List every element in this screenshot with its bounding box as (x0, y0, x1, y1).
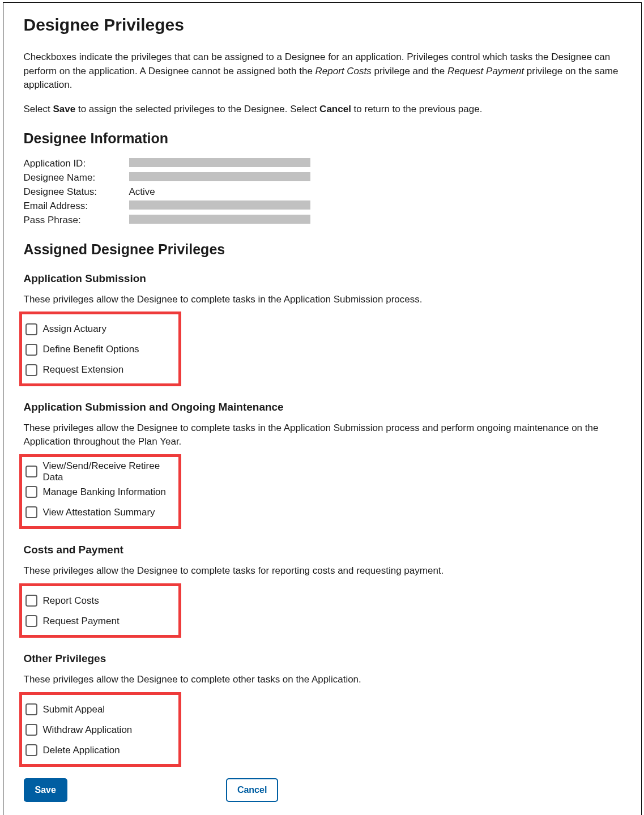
intro-p2-b1: Save (53, 104, 75, 114)
checkbox-label-assign-actuary: Assign Actuary (43, 323, 106, 335)
highlight-other: Submit Appeal Withdraw Application Delet… (19, 692, 181, 767)
save-button[interactable]: Save (24, 778, 67, 802)
intro-paragraph-2: Select Save to assign the selected privi… (24, 103, 621, 117)
email-label: Email Address: (24, 200, 129, 212)
page-container: Designee Privileges Checkboxes indicate … (3, 2, 642, 815)
checkbox-label-banking: Manage Banking Information (43, 487, 166, 498)
checkbox-row-report-costs: Report Costs (25, 591, 175, 611)
intro-text: Checkboxes indicate the privileges that … (24, 50, 621, 117)
designee-info-heading: Designee Information (24, 130, 621, 147)
button-row: Save Cancel (24, 778, 621, 802)
checkbox-row-retiree-data: View/Send/Receive Retiree Data (25, 462, 175, 482)
intro-p2-b2: Cancel (319, 104, 351, 114)
info-row-status: Designee Status: Active (24, 185, 621, 199)
checkbox-label-submit-appeal: Submit Appeal (43, 704, 105, 715)
name-value (129, 172, 310, 184)
intro-p2-mid: to assign the selected privileges to the… (75, 104, 319, 114)
checkbox-submit-appeal[interactable] (25, 703, 37, 715)
highlight-app-sub: Assign Actuary Define Benefit Options Re… (19, 312, 181, 386)
name-label: Designee Name: (24, 172, 129, 184)
intro-paragraph-1: Checkboxes indicate the privileges that … (24, 50, 621, 92)
checkbox-row-request-extension: Request Extension (25, 360, 175, 380)
app-sub-heading: Application Submission (24, 272, 621, 285)
email-value (129, 200, 310, 212)
other-desc: These privileges allow the Designee to c… (24, 673, 621, 686)
checkbox-row-assign-actuary: Assign Actuary (25, 319, 175, 339)
checkbox-label-report-costs: Report Costs (43, 595, 99, 607)
checkbox-define-benefit[interactable] (25, 344, 37, 356)
highlight-costs: Report Costs Request Payment (19, 583, 181, 638)
info-row-pass: Pass Phrase: (24, 214, 621, 228)
pass-label: Pass Phrase: (24, 215, 129, 226)
checkbox-report-costs[interactable] (25, 595, 37, 607)
checkbox-request-extension[interactable] (25, 364, 37, 376)
checkbox-delete[interactable] (25, 744, 37, 756)
app-sub-desc: These privileges allow the Designee to c… (24, 293, 621, 306)
checkbox-banking[interactable] (25, 486, 37, 498)
redacted-block (129, 172, 310, 181)
checkbox-label-define-benefit: Define Benefit Options (43, 344, 139, 355)
other-heading: Other Privileges (24, 652, 621, 665)
app-sub-maint-heading: Application Submission and Ongoing Maint… (24, 401, 621, 413)
privileges-heading: Assigned Designee Privileges (24, 241, 621, 258)
info-row-name: Designee Name: (24, 171, 621, 185)
info-row-app-id: Application ID: (24, 157, 621, 171)
cancel-button[interactable]: Cancel (226, 778, 278, 802)
intro-p1-em1: Report Costs (315, 66, 372, 76)
checkbox-row-banking: Manage Banking Information (25, 482, 175, 502)
checkbox-row-define-benefit: Define Benefit Options (25, 339, 175, 360)
checkbox-retiree-data[interactable] (25, 466, 37, 477)
highlight-app-sub-maint: View/Send/Receive Retiree Data Manage Ba… (19, 454, 181, 529)
checkbox-row-request-payment: Request Payment (25, 611, 175, 631)
intro-p1-mid: privilege and the (372, 66, 447, 76)
checkbox-request-payment[interactable] (25, 615, 37, 627)
costs-desc: These privileges allow the Designee to c… (24, 564, 621, 578)
app-sub-maint-desc: These privileges allow the Designee to c… (24, 421, 621, 449)
checkbox-label-request-extension: Request Extension (43, 364, 124, 376)
checkbox-label-attestation: View Attestation Summary (43, 507, 155, 518)
app-id-value (129, 158, 310, 170)
costs-heading: Costs and Payment (24, 544, 621, 556)
intro-p2-suffix: to return to the previous page. (351, 104, 483, 114)
checkbox-row-submit-appeal: Submit Appeal (25, 699, 175, 720)
checkbox-withdraw[interactable] (25, 724, 37, 736)
designee-info-table: Application ID: Designee Name: Designee … (24, 157, 621, 228)
checkbox-label-request-payment: Request Payment (43, 616, 120, 627)
page-title: Designee Privileges (24, 15, 621, 35)
checkbox-assign-actuary[interactable] (25, 323, 37, 335)
checkbox-label-withdraw: Withdraw Application (43, 724, 133, 736)
redacted-block (129, 158, 310, 167)
checkbox-attestation[interactable] (25, 506, 37, 518)
checkbox-row-delete: Delete Application (25, 740, 175, 761)
redacted-block (129, 215, 310, 224)
app-id-label: Application ID: (24, 158, 129, 169)
checkbox-row-attestation: View Attestation Summary (25, 502, 175, 523)
redacted-block (129, 200, 310, 210)
status-value: Active (129, 186, 310, 198)
checkbox-row-withdraw: Withdraw Application (25, 720, 175, 740)
status-label: Designee Status: (24, 186, 129, 198)
info-row-email: Email Address: (24, 199, 621, 214)
pass-value (129, 215, 310, 227)
checkbox-label-retiree-data: View/Send/Receive Retiree Data (43, 460, 175, 483)
intro-p2-prefix: Select (24, 104, 53, 114)
checkbox-label-delete: Delete Application (43, 745, 120, 756)
intro-p1-em2: Request Payment (447, 66, 524, 76)
